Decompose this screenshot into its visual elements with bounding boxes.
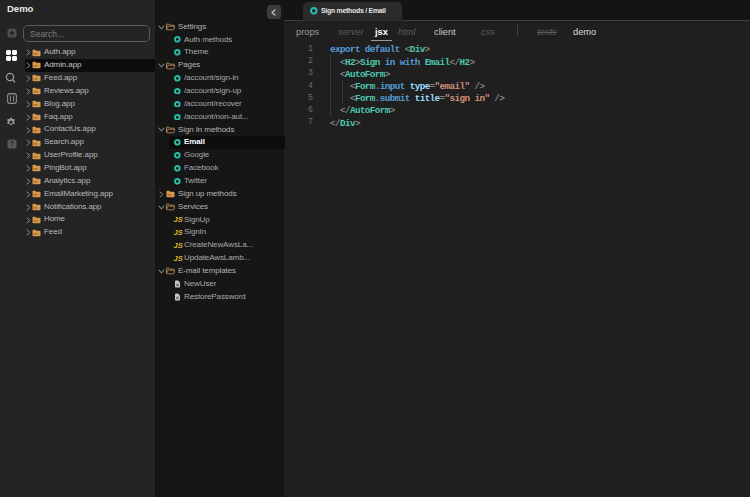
svg-text:?: ? (10, 140, 14, 147)
